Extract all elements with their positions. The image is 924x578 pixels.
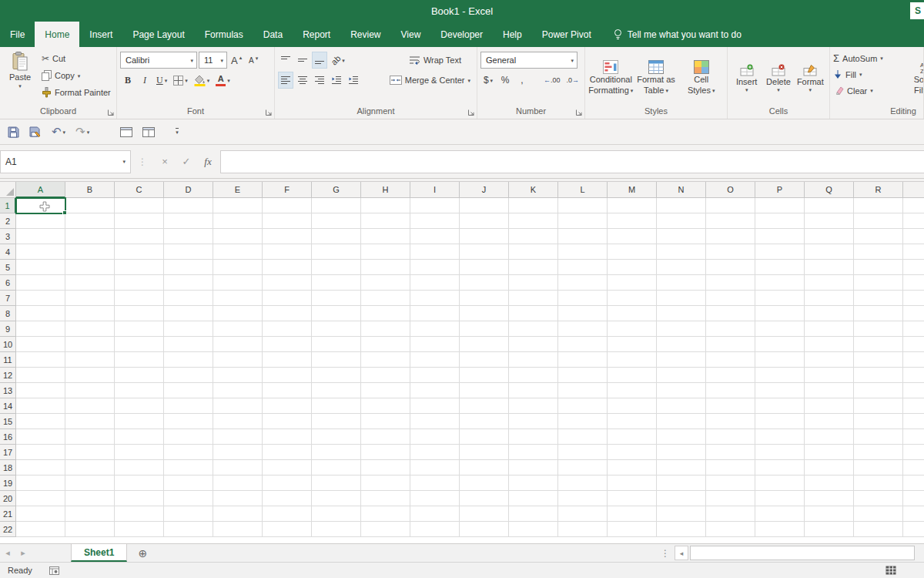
paste-button[interactable]: Paste ▾ xyxy=(3,50,37,106)
tab-help[interactable]: Help xyxy=(493,22,532,47)
macro-record-icon[interactable] xyxy=(49,566,59,575)
cell-K8[interactable] xyxy=(509,306,558,321)
cell-B13[interactable] xyxy=(65,383,115,398)
cell-Q4[interactable] xyxy=(805,244,854,260)
row-header-17[interactable]: 17 xyxy=(0,445,16,460)
insert-function-button[interactable]: fx xyxy=(197,156,219,168)
cell-N18[interactable] xyxy=(657,460,706,476)
cell-O20[interactable] xyxy=(706,491,755,506)
cell-C11[interactable] xyxy=(115,352,164,368)
cell-A2[interactable] xyxy=(16,213,65,229)
cell-E4[interactable] xyxy=(213,244,263,260)
cell-A6[interactable] xyxy=(16,275,65,291)
cell-R22[interactable] xyxy=(854,522,903,537)
cell-L12[interactable] xyxy=(558,368,608,383)
cell-C5[interactable] xyxy=(115,260,164,275)
cell-O19[interactable] xyxy=(706,476,755,491)
cell-P16[interactable] xyxy=(755,429,805,445)
cell-J7[interactable] xyxy=(460,291,509,306)
cell-M10[interactable] xyxy=(608,337,657,352)
comma-style-button[interactable]: , xyxy=(514,72,530,89)
cell-P17[interactable] xyxy=(755,445,805,460)
cell-A10[interactable] xyxy=(16,337,65,352)
cell-partial-9[interactable] xyxy=(903,321,924,337)
column-header-partial[interactable] xyxy=(903,182,924,198)
cell-N3[interactable] xyxy=(657,229,706,244)
cell-M5[interactable] xyxy=(608,260,657,275)
cell-G15[interactable] xyxy=(312,414,361,429)
cell-O21[interactable] xyxy=(706,506,755,522)
tab-review[interactable]: Review xyxy=(340,22,390,47)
cell-B5[interactable] xyxy=(65,260,115,275)
cell-L18[interactable] xyxy=(558,460,608,476)
cell-F12[interactable] xyxy=(263,368,312,383)
cell-partial-16[interactable] xyxy=(903,429,924,445)
cell-D4[interactable] xyxy=(164,244,213,260)
row-header-16[interactable]: 16 xyxy=(0,429,16,445)
cut-button[interactable]: ✂ Cut xyxy=(40,50,112,67)
cell-G5[interactable] xyxy=(312,260,361,275)
cell-A21[interactable] xyxy=(16,506,65,522)
cell-partial-2[interactable] xyxy=(903,213,924,229)
cell-E10[interactable] xyxy=(213,337,263,352)
cell-I6[interactable] xyxy=(410,275,460,291)
cell-I16[interactable] xyxy=(410,429,460,445)
cell-G11[interactable] xyxy=(312,352,361,368)
orientation-button[interactable]: ab▾ xyxy=(329,52,347,69)
cell-G19[interactable] xyxy=(312,476,361,491)
cell-K21[interactable] xyxy=(509,506,558,522)
cell-G17[interactable] xyxy=(312,445,361,460)
cell-styles-button[interactable]: Cell Styles▾ xyxy=(678,50,724,106)
cell-H2[interactable] xyxy=(361,213,410,229)
column-header-D[interactable]: D xyxy=(164,182,213,198)
cell-K11[interactable] xyxy=(509,352,558,368)
cell-N17[interactable] xyxy=(657,445,706,460)
cell-N21[interactable] xyxy=(657,506,706,522)
align-center-button[interactable] xyxy=(295,72,310,89)
cell-I15[interactable] xyxy=(410,414,460,429)
cell-F22[interactable] xyxy=(263,522,312,537)
cell-M6[interactable] xyxy=(608,275,657,291)
cell-D11[interactable] xyxy=(164,352,213,368)
cell-I22[interactable] xyxy=(410,522,460,537)
cell-P21[interactable] xyxy=(755,506,805,522)
cell-H17[interactable] xyxy=(361,445,410,460)
fill-handle[interactable] xyxy=(62,210,67,215)
cell-Q10[interactable] xyxy=(805,337,854,352)
cell-D5[interactable] xyxy=(164,260,213,275)
column-header-M[interactable]: M xyxy=(608,182,657,198)
cell-B8[interactable] xyxy=(65,306,115,321)
sheet-nav-left-icon[interactable]: ◂ xyxy=(0,544,15,562)
font-dialog-launcher[interactable] xyxy=(265,109,273,116)
cell-partial-6[interactable] xyxy=(903,275,924,291)
cell-R10[interactable] xyxy=(854,337,903,352)
cell-D12[interactable] xyxy=(164,368,213,383)
cell-K16[interactable] xyxy=(509,429,558,445)
cell-B4[interactable] xyxy=(65,244,115,260)
cell-C19[interactable] xyxy=(115,476,164,491)
cell-O6[interactable] xyxy=(706,275,755,291)
cell-J18[interactable] xyxy=(460,460,509,476)
cell-Q19[interactable] xyxy=(805,476,854,491)
cell-R9[interactable] xyxy=(854,321,903,337)
cell-partial-10[interactable] xyxy=(903,337,924,352)
cell-P3[interactable] xyxy=(755,229,805,244)
cell-O12[interactable] xyxy=(706,368,755,383)
cell-Q2[interactable] xyxy=(805,213,854,229)
cell-N8[interactable] xyxy=(657,306,706,321)
cell-K19[interactable] xyxy=(509,476,558,491)
cell-N15[interactable] xyxy=(657,414,706,429)
cell-B18[interactable] xyxy=(65,460,115,476)
cell-O10[interactable] xyxy=(706,337,755,352)
cell-L21[interactable] xyxy=(558,506,608,522)
cell-I13[interactable] xyxy=(410,383,460,398)
cell-N6[interactable] xyxy=(657,275,706,291)
copy-button[interactable]: Copy ▾ xyxy=(40,67,112,84)
save-as-icon[interactable] xyxy=(29,126,42,138)
cell-K13[interactable] xyxy=(509,383,558,398)
cell-F11[interactable] xyxy=(263,352,312,368)
cell-C14[interactable] xyxy=(115,398,164,414)
cell-F15[interactable] xyxy=(263,414,312,429)
cell-E9[interactable] xyxy=(213,321,263,337)
cell-A9[interactable] xyxy=(16,321,65,337)
